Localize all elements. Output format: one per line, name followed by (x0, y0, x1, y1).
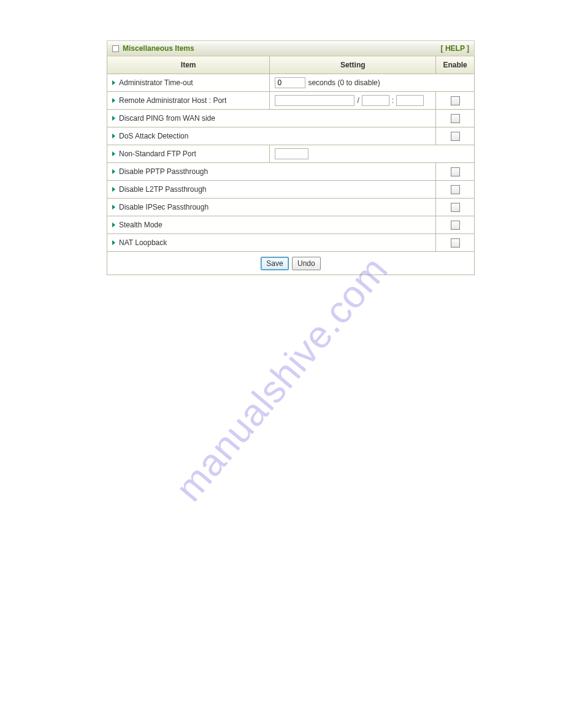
row-dos-attack: DoS Attack Detection (107, 127, 475, 145)
admin-timeout-input[interactable] (275, 77, 305, 88)
panel-title-bar: Miscellaneous Items [ HELP ] (107, 40, 475, 56)
item-label: Non-Standard FTP Port (119, 150, 196, 158)
item-label: DoS Attack Detection (119, 132, 188, 140)
triangle-icon (112, 222, 115, 227)
row-stealth: Stealth Mode (107, 216, 475, 234)
discard-ping-checkbox[interactable] (451, 114, 460, 123)
triangle-icon (112, 205, 115, 210)
help-link[interactable]: [ HELP ] (441, 44, 469, 53)
misc-items-panel: Miscellaneous Items [ HELP ] Item Settin… (107, 40, 475, 275)
item-label: NAT Loopback (119, 238, 167, 247)
row-discard-ping: Discard PING from WAN side (107, 110, 475, 127)
triangle-icon (112, 240, 115, 245)
remote-admin-checkbox[interactable] (451, 96, 460, 105)
remote-admin-port2-input[interactable] (396, 95, 424, 106)
item-label: Disable L2TP Passthrough (119, 185, 207, 194)
l2tp-checkbox[interactable] (451, 185, 460, 194)
undo-button[interactable]: Undo (292, 257, 321, 270)
triangle-icon (112, 98, 115, 103)
col-header-setting: Setting (270, 56, 436, 74)
item-label: Discard PING from WAN side (119, 114, 215, 123)
triangle-icon (112, 151, 115, 156)
separator-slash: / (357, 96, 359, 105)
save-button[interactable]: Save (261, 257, 288, 270)
triangle-icon (112, 169, 115, 174)
row-admin-timeout: Administrator Time-out seconds (0 to dis… (107, 74, 475, 92)
triangle-icon (112, 134, 115, 138)
ftp-port-input[interactable] (275, 148, 308, 159)
row-nat-loopback: NAT Loopback (107, 234, 475, 252)
ipsec-checkbox[interactable] (451, 203, 460, 212)
triangle-icon (112, 80, 115, 85)
row-remote-admin: Remote Administrator Host : Port / : (107, 92, 475, 110)
admin-timeout-suffix: seconds (0 to disable) (308, 78, 380, 87)
remote-admin-port1-input[interactable] (362, 95, 389, 106)
triangle-icon (112, 116, 115, 121)
item-label: Disable PPTP Passthrough (119, 167, 208, 176)
footer-row: Save Undo (107, 252, 475, 275)
row-l2tp: Disable L2TP Passthrough (107, 181, 475, 199)
watermark: manualshive.com (167, 248, 396, 509)
item-label: Remote Administrator Host : Port (119, 96, 226, 105)
remote-admin-host-input[interactable] (275, 95, 354, 106)
stealth-checkbox[interactable] (451, 221, 460, 230)
separator-colon: : (392, 96, 394, 105)
pptp-checkbox[interactable] (451, 167, 460, 176)
row-ftp-port: Non-Standard FTP Port (107, 145, 475, 163)
triangle-icon (112, 187, 115, 192)
item-label: Stealth Mode (119, 221, 163, 229)
panel-title: Miscellaneous Items (123, 44, 194, 53)
col-header-item: Item (107, 56, 270, 74)
item-label: Disable IPSec Passthrough (119, 203, 209, 211)
dos-attack-checkbox[interactable] (451, 132, 460, 141)
nat-loopback-checkbox[interactable] (451, 238, 460, 248)
item-label: Administrator Time-out (119, 78, 193, 87)
row-pptp: Disable PPTP Passthrough (107, 163, 475, 181)
square-icon (112, 45, 119, 52)
row-ipsec: Disable IPSec Passthrough (107, 199, 475, 216)
col-header-enable: Enable (436, 56, 475, 74)
settings-table: Item Setting Enable Administrator Time-o… (107, 56, 475, 275)
